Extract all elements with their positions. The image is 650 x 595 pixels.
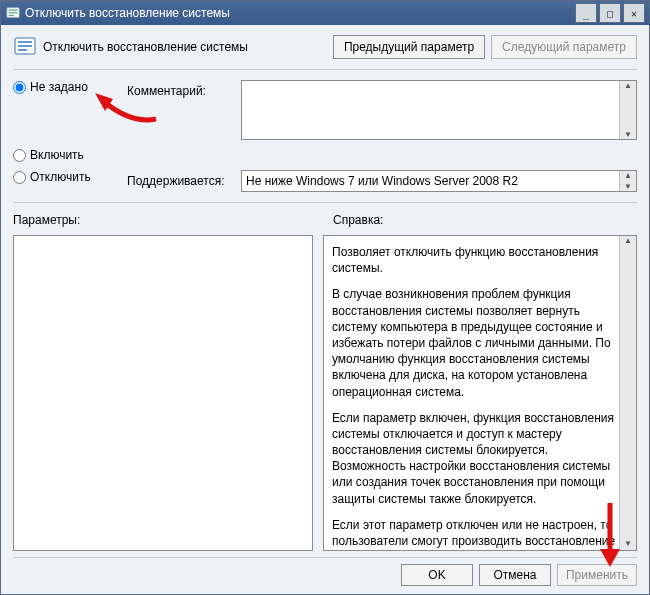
help-header: Справка: bbox=[333, 213, 637, 227]
minimize-button[interactable]: _ bbox=[575, 3, 597, 23]
radio-enabled-label: Включить bbox=[30, 148, 84, 162]
titlebar: Отключить восстановление системы _ □ ✕ bbox=[1, 1, 649, 25]
help-paragraph: Если параметр включен, функция восстанов… bbox=[332, 410, 616, 507]
comment-label: Комментарий: bbox=[127, 80, 237, 98]
svg-rect-2 bbox=[9, 12, 18, 13]
help-paragraph: Если этот параметр отключен или не настр… bbox=[332, 517, 616, 551]
options-grid: Не задано Комментарий: ▲▼ Включить Отклю… bbox=[13, 80, 637, 192]
radio-disabled[interactable]: Отключить bbox=[13, 170, 123, 184]
dialog-window: Отключить восстановление системы _ □ ✕ О… bbox=[0, 0, 650, 595]
maximize-button[interactable]: □ bbox=[599, 3, 621, 23]
supported-label: Поддерживается: bbox=[127, 170, 237, 188]
close-button[interactable]: ✕ bbox=[623, 3, 645, 23]
ok-button[interactable]: OK bbox=[401, 564, 473, 586]
radio-disabled-input[interactable] bbox=[13, 171, 26, 184]
content-area: Отключить восстановление системы Предыду… bbox=[1, 25, 649, 594]
cancel-button[interactable]: Отмена bbox=[479, 564, 551, 586]
supported-value: Не ниже Windows 7 или Windows Server 200… bbox=[246, 174, 518, 188]
window-buttons: _ □ ✕ bbox=[575, 3, 645, 23]
apply-button[interactable]: Применить bbox=[557, 564, 637, 586]
radio-not-configured[interactable]: Не задано bbox=[13, 80, 123, 94]
help-paragraph: Позволяет отключить функцию восстановлен… bbox=[332, 244, 616, 276]
parameters-panel bbox=[13, 235, 313, 551]
supported-textbox: Не ниже Windows 7 или Windows Server 200… bbox=[241, 170, 637, 192]
scrollbar[interactable]: ▲▼ bbox=[619, 236, 636, 550]
svg-rect-3 bbox=[9, 15, 14, 16]
help-panel: Позволяет отключить функцию восстановлен… bbox=[323, 235, 637, 551]
svg-rect-6 bbox=[18, 45, 32, 47]
help-paragraph: В случае возникновения проблем функция в… bbox=[332, 286, 616, 399]
header-row: Отключить восстановление системы Предыду… bbox=[13, 35, 637, 59]
separator bbox=[13, 69, 637, 70]
footer-buttons: OK Отмена Применить bbox=[13, 557, 637, 586]
column-headers: Параметры: Справка: bbox=[13, 213, 637, 229]
policy-name: Отключить восстановление системы bbox=[43, 40, 333, 54]
params-header: Параметры: bbox=[13, 213, 317, 227]
previous-setting-button[interactable]: Предыдущий параметр bbox=[333, 35, 485, 59]
radio-not-configured-input[interactable] bbox=[13, 81, 26, 94]
next-setting-button[interactable]: Следующий параметр bbox=[491, 35, 637, 59]
policy-icon bbox=[5, 5, 21, 21]
svg-rect-5 bbox=[18, 41, 32, 43]
panels: Позволяет отключить функцию восстановлен… bbox=[13, 235, 637, 551]
scrollbar[interactable]: ▲▼ bbox=[619, 81, 636, 139]
radio-not-configured-label: Не задано bbox=[30, 80, 88, 94]
window-title: Отключить восстановление системы bbox=[25, 6, 575, 20]
policy-large-icon bbox=[13, 35, 37, 59]
scrollbar[interactable]: ▲▼ bbox=[619, 171, 636, 191]
comment-textbox[interactable]: ▲▼ bbox=[241, 80, 637, 140]
svg-rect-1 bbox=[9, 10, 18, 11]
separator bbox=[13, 202, 637, 203]
radio-enabled[interactable]: Включить bbox=[13, 148, 123, 162]
radio-disabled-label: Отключить bbox=[30, 170, 91, 184]
svg-rect-7 bbox=[18, 49, 27, 51]
radio-enabled-input[interactable] bbox=[13, 149, 26, 162]
